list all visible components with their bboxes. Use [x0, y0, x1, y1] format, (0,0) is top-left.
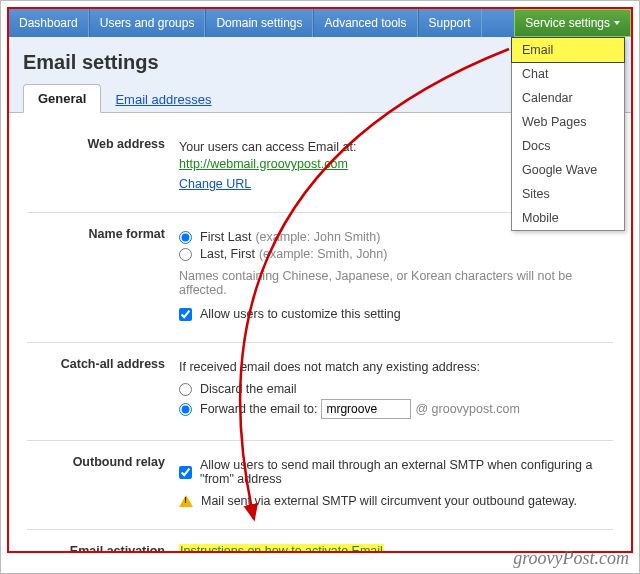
label-name-format: Name format — [27, 227, 179, 324]
tab-email-addresses[interactable]: Email addresses — [101, 86, 225, 113]
chevron-down-icon — [614, 21, 620, 25]
dropdown-item-calendar[interactable]: Calendar — [512, 86, 624, 110]
radio-last-first-label: Last, First — [200, 247, 255, 261]
dropdown-item-mobile[interactable]: Mobile — [512, 206, 624, 230]
nav-support[interactable]: Support — [418, 9, 482, 37]
checkbox-allow-smtp[interactable] — [179, 466, 192, 479]
label-email-activation: Email activation — [27, 544, 179, 553]
change-url-link[interactable]: Change URL — [179, 177, 251, 191]
watermark: groovyPost.com — [513, 548, 629, 569]
radio-last-first[interactable] — [179, 248, 192, 261]
activation-instructions-link[interactable]: Instructions on how to activate Email — [179, 544, 384, 553]
dropdown-item-googlewave[interactable]: Google Wave — [512, 158, 624, 182]
checkbox-allow-customize-label: Allow users to customize this setting — [200, 307, 401, 321]
nav-dashboard[interactable]: Dashboard — [9, 9, 89, 37]
warning-icon — [179, 495, 193, 507]
row-outbound-relay: Outbound relay Allow users to send mail … — [27, 445, 613, 530]
radio-forward[interactable] — [179, 403, 192, 416]
radio-first-last[interactable] — [179, 231, 192, 244]
radio-last-first-hint: (example: Smith, John) — [259, 247, 388, 261]
nav-advanced-tools[interactable]: Advanced tools — [313, 9, 417, 37]
forward-domain-suffix: @ groovypost.com — [415, 402, 519, 416]
label-catch-all: Catch-all address — [27, 357, 179, 422]
checkbox-allow-customize[interactable] — [179, 308, 192, 321]
service-settings-dropdown: Email Chat Calendar Web Pages Docs Googl… — [511, 37, 625, 231]
dropdown-item-chat[interactable]: Chat — [512, 62, 624, 86]
outbound-warning-text: Mail sent via external SMTP will circumv… — [201, 494, 577, 508]
checkbox-allow-smtp-label: Allow users to send mail through an exte… — [200, 458, 613, 486]
dropdown-item-email[interactable]: Email — [511, 37, 625, 63]
catch-all-intro: If received email does not match any exi… — [179, 360, 613, 374]
nav-service-label: Service settings — [525, 16, 610, 30]
radio-discard-label: Discard the email — [200, 382, 297, 396]
label-outbound-relay: Outbound relay — [27, 455, 179, 511]
top-nav: Dashboard Users and groups Domain settin… — [9, 9, 631, 37]
nav-domain-settings[interactable]: Domain settings — [205, 9, 313, 37]
forward-address-input[interactable] — [321, 399, 411, 419]
dropdown-item-docs[interactable]: Docs — [512, 134, 624, 158]
tab-general[interactable]: General — [23, 84, 101, 113]
dropdown-item-webpages[interactable]: Web Pages — [512, 110, 624, 134]
name-format-note: Names containing Chinese, Japanese, or K… — [179, 269, 613, 297]
row-name-format: Name format First Last (example: John Sm… — [27, 217, 613, 343]
row-catch-all: Catch-all address If received email does… — [27, 347, 613, 441]
dropdown-item-sites[interactable]: Sites — [512, 182, 624, 206]
radio-forward-label: Forward the email to: — [200, 402, 317, 416]
nav-users-groups[interactable]: Users and groups — [89, 9, 206, 37]
radio-discard[interactable] — [179, 383, 192, 396]
label-web-address: Web address — [27, 137, 179, 194]
radio-first-last-hint: (example: John Smith) — [255, 230, 380, 244]
radio-first-last-label: First Last — [200, 230, 251, 244]
webmail-url-link[interactable]: http://webmail.groovypost.com — [179, 157, 348, 171]
nav-service-settings[interactable]: Service settings — [514, 9, 631, 37]
